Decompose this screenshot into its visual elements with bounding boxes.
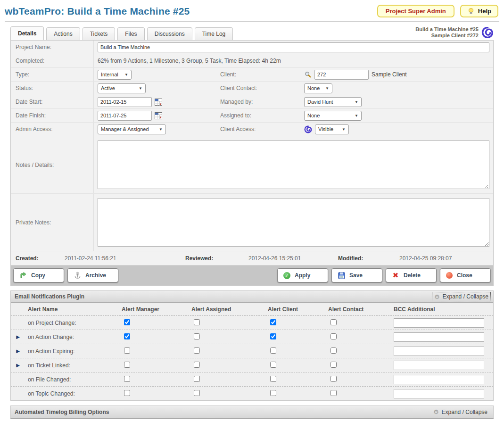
tab-time-log[interactable]: Time Log bbox=[195, 27, 233, 40]
gear-icon: ⚙ bbox=[434, 294, 440, 300]
alert-client-header: Alert Client bbox=[264, 306, 324, 313]
bcc-additional-input[interactable] bbox=[394, 389, 484, 398]
help-button[interactable]: Help bbox=[460, 5, 498, 17]
date-start-input[interactable] bbox=[98, 97, 152, 107]
type-select[interactable]: Internal▼ bbox=[98, 70, 132, 80]
tab-details[interactable]: Details bbox=[10, 26, 44, 40]
help-label: Help bbox=[478, 8, 491, 15]
alert-assigned-checkbox[interactable] bbox=[194, 376, 200, 382]
client-label: Client: bbox=[220, 71, 304, 78]
gear-icon: ⚙ bbox=[433, 409, 439, 415]
assigned-to-label: Assigned to: bbox=[220, 112, 304, 119]
bcc-additional-input[interactable] bbox=[394, 332, 484, 342]
managed-by-label: Managed by: bbox=[220, 99, 304, 105]
timelog-expand-collapse-button[interactable]: ⚙ Expand / Collapse bbox=[431, 408, 489, 416]
alert-row-file-changed: ▶ on File Changed: bbox=[11, 372, 493, 386]
alert-manager-checkbox[interactable] bbox=[124, 347, 130, 354]
context-lines: Build a Time Machine #25 Sample Client #… bbox=[415, 26, 479, 39]
assigned-to-select[interactable]: None▼ bbox=[304, 111, 362, 121]
alert-manager-checkbox[interactable] bbox=[124, 362, 130, 368]
alert-table-header: Alert Name Alert Manager Alert Assigned … bbox=[11, 303, 493, 315]
close-button[interactable]: Close bbox=[440, 268, 491, 282]
email-notifications-header: Email Notifications Plugin ⚙ Expand / Co… bbox=[11, 291, 493, 303]
tab-files[interactable]: Files bbox=[117, 27, 144, 40]
private-notes-textarea[interactable] bbox=[98, 198, 489, 247]
alert-assigned-checkbox[interactable] bbox=[194, 347, 200, 354]
alert-assigned-checkbox[interactable] bbox=[194, 319, 200, 325]
admin-access-select[interactable]: Manager & Assigned▼ bbox=[98, 124, 166, 134]
alert-contact-checkbox[interactable] bbox=[330, 376, 337, 382]
expand-arrow-icon[interactable]: ▶ bbox=[11, 348, 25, 354]
archive-button[interactable]: Archive bbox=[67, 268, 118, 282]
project-name-row: Project Name: bbox=[11, 41, 493, 54]
calendar-icon[interactable] bbox=[155, 112, 162, 119]
top-buttons: Project Super Admin Help bbox=[377, 5, 498, 17]
expand-arrow-icon[interactable]: ▶ bbox=[11, 334, 25, 339]
admin-access-label: Admin Access: bbox=[11, 123, 94, 136]
client-contact-select[interactable]: None▼ bbox=[304, 83, 332, 93]
notes-textarea[interactable] bbox=[98, 141, 489, 189]
check-circle-icon: ✓ bbox=[283, 272, 290, 279]
alert-client-checkbox[interactable] bbox=[270, 390, 276, 396]
managed-by-select[interactable]: David Hunt▼ bbox=[304, 97, 362, 107]
alert-client-checkbox[interactable] bbox=[270, 333, 276, 339]
alert-assigned-checkbox[interactable] bbox=[194, 362, 200, 368]
type-select-value: Internal bbox=[101, 72, 118, 77]
save-button[interactable]: Save bbox=[331, 268, 382, 282]
alert-client-checkbox[interactable] bbox=[270, 319, 276, 325]
alert-client-checkbox[interactable] bbox=[270, 376, 276, 382]
project-name-input[interactable] bbox=[98, 42, 489, 52]
type-label: Type: bbox=[11, 68, 94, 81]
tab-discussions[interactable]: Discussions bbox=[147, 27, 192, 40]
chevron-down-icon: ▼ bbox=[355, 100, 358, 104]
alert-contact-checkbox[interactable] bbox=[330, 347, 337, 354]
alert-assigned-header: Alert Assigned bbox=[187, 306, 264, 313]
alert-row-action-change: ▶ on Action Change: bbox=[11, 330, 493, 344]
bcc-additional-input[interactable] bbox=[394, 361, 484, 370]
meta-row: Created: 2011-02-24 11:56:21 Reviewed: 2… bbox=[11, 251, 493, 265]
alert-assigned-checkbox[interactable] bbox=[194, 333, 200, 339]
alert-client-checkbox[interactable] bbox=[270, 347, 276, 354]
alert-assigned-checkbox[interactable] bbox=[194, 390, 200, 396]
email-expand-collapse-button[interactable]: ⚙ Expand / Collapse bbox=[432, 292, 490, 301]
alert-manager-checkbox[interactable] bbox=[124, 333, 130, 339]
tab-tickets[interactable]: Tickets bbox=[83, 27, 116, 40]
apply-button[interactable]: ✓ Apply bbox=[277, 268, 328, 282]
status-select-value: Active bbox=[101, 85, 115, 91]
project-super-admin-button[interactable]: Project Super Admin bbox=[377, 5, 454, 17]
bcc-additional-input[interactable] bbox=[394, 347, 484, 356]
client-access-select[interactable]: Visible▼ bbox=[315, 124, 349, 134]
expand-arrow-icon[interactable]: ▶ bbox=[11, 363, 25, 368]
created-value: 2011-02-24 11:56:21 bbox=[65, 255, 185, 262]
bcc-additional-input[interactable] bbox=[394, 375, 484, 384]
alert-contact-checkbox[interactable] bbox=[330, 362, 337, 368]
alert-client-checkbox[interactable] bbox=[270, 362, 276, 368]
assigned-to-select-value: None bbox=[307, 113, 320, 118]
date-start-row: Date Start: Managed by: David Hunt▼ bbox=[11, 95, 493, 109]
date-finish-input[interactable] bbox=[98, 111, 152, 121]
date-start-label: Date Start: bbox=[11, 95, 94, 108]
alert-contact-checkbox[interactable] bbox=[330, 319, 337, 325]
client-access-label: Client Access: bbox=[220, 126, 304, 132]
alert-manager-checkbox[interactable] bbox=[124, 376, 130, 382]
status-select[interactable]: Active▼ bbox=[98, 83, 146, 93]
search-icon[interactable] bbox=[304, 71, 312, 78]
email-notifications-title: Email Notifications Plugin bbox=[15, 293, 84, 300]
alert-manager-checkbox[interactable] bbox=[124, 390, 130, 396]
lightbulb-icon bbox=[467, 8, 475, 15]
context-project: Build a Time Machine #25 bbox=[415, 26, 479, 33]
alert-contact-checkbox[interactable] bbox=[330, 333, 337, 339]
admin-access-select-value: Manager & Assigned bbox=[101, 126, 149, 132]
tab-actions[interactable]: Actions bbox=[46, 27, 80, 40]
alert-contact-checkbox[interactable] bbox=[330, 390, 337, 396]
completed-value: 62% from 9 Actions, 1 Milestone, 3 Group… bbox=[98, 58, 281, 64]
copy-button[interactable]: Copy bbox=[13, 268, 64, 282]
client-id-input[interactable] bbox=[314, 70, 369, 80]
chevron-down-icon: ▼ bbox=[139, 86, 142, 91]
page: wbTeamPro:Build a Time Machine #25 Proje… bbox=[0, 0, 504, 419]
alert-manager-checkbox[interactable] bbox=[124, 319, 130, 325]
calendar-icon[interactable] bbox=[155, 98, 162, 106]
bcc-additional-input[interactable] bbox=[394, 318, 484, 328]
anchor-icon bbox=[74, 272, 81, 279]
delete-button[interactable]: ✖ Delete bbox=[386, 268, 437, 282]
